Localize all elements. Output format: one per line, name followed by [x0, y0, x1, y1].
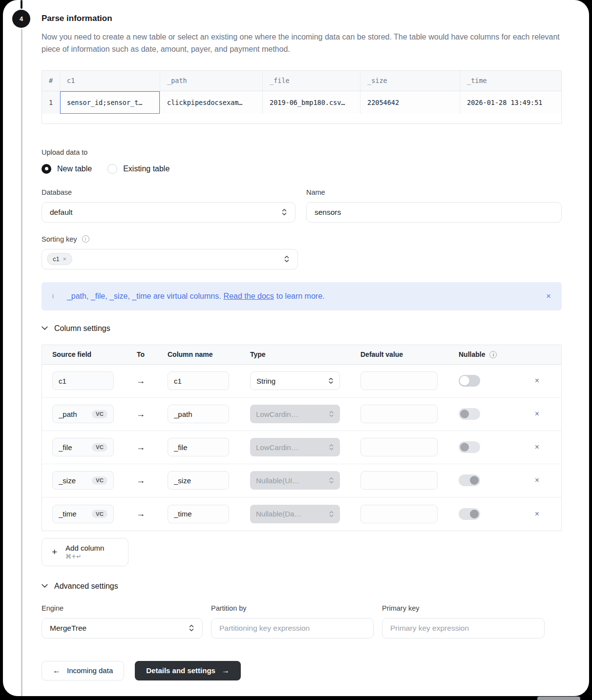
- database-label: Database: [42, 188, 296, 196]
- read-the-docs-link[interactable]: Read the docs: [224, 292, 274, 301]
- column-row-path: VC → LowCardin… ×: [42, 398, 561, 431]
- chevron-down-icon: [42, 326, 48, 330]
- type-selected-value: Nullable(Da…: [256, 510, 301, 518]
- default-value-input[interactable]: [360, 471, 438, 490]
- horizontal-scrollbar-thumb[interactable]: [537, 697, 580, 700]
- page-description: Now you need to create a new table or se…: [42, 31, 562, 56]
- source-field-wrap: VC: [52, 438, 114, 456]
- preview-col-size: _size: [360, 71, 460, 91]
- preview-data-row: 1 sensor_id;sensor_t… clickpipesdocsexam…: [42, 91, 561, 114]
- chevron-updown-icon: [284, 255, 290, 263]
- banner-suffix: to learn more.: [276, 292, 325, 301]
- nullable-toggle-disabled: [459, 408, 480, 420]
- virtual-columns-banner: i _path, _file, _size, _time are virtual…: [42, 282, 562, 310]
- column-name-input[interactable]: [174, 476, 223, 485]
- source-field-input[interactable]: [59, 377, 107, 385]
- source-field-wrap: VC: [52, 405, 114, 423]
- source-field-input[interactable]: [59, 410, 88, 418]
- type-select-disabled: LowCardin…: [250, 405, 340, 423]
- remove-column-icon[interactable]: ×: [535, 510, 539, 518]
- column-name-wrap: [168, 438, 229, 456]
- data-preview-table: # c1 _path _file _size _time 1 sensor_id…: [42, 70, 562, 124]
- banner-info-icon: i: [52, 292, 54, 300]
- default-value-input[interactable]: [360, 371, 438, 390]
- radio-new-table-icon[interactable]: [42, 164, 51, 174]
- remove-column-icon[interactable]: ×: [535, 410, 539, 418]
- default-value-input[interactable]: [360, 405, 438, 423]
- arrow-left-icon: ←: [53, 666, 61, 675]
- sorting-key-label: Sorting key: [42, 235, 77, 243]
- page-title: Parse information: [42, 14, 562, 23]
- timeline-connector-top: [21, 0, 22, 9]
- radio-option-existing-table[interactable]: Existing table: [107, 164, 169, 174]
- partition-by-wrap: [211, 618, 374, 638]
- default-value-input[interactable]: [360, 438, 438, 456]
- incoming-data-button[interactable]: ← Incoming data: [42, 661, 124, 680]
- advanced-settings-toggle[interactable]: Advanced settings: [42, 582, 562, 591]
- preview-cell-c1[interactable]: sensor_id;sensor_t…: [60, 91, 160, 114]
- source-field-input[interactable]: [59, 476, 88, 485]
- column-row-size: VC → Nullable(UI… ×: [42, 464, 561, 497]
- add-column-button[interactable]: + Add column ⌘+↵: [42, 538, 128, 566]
- chevron-updown-icon: [328, 377, 334, 384]
- remove-column-icon[interactable]: ×: [535, 376, 539, 385]
- remove-column-icon[interactable]: ×: [535, 443, 539, 452]
- name-input[interactable]: [315, 208, 553, 217]
- column-name-wrap: [168, 405, 229, 423]
- nullable-toggle-disabled-on: [459, 508, 480, 520]
- details-and-settings-button[interactable]: Details and settings →: [135, 661, 241, 680]
- source-field-wrap: [52, 371, 114, 390]
- source-field-wrap: VC: [52, 471, 114, 490]
- arrow-right-icon: →: [136, 509, 145, 519]
- header-default-value: Default value: [360, 350, 438, 358]
- type-selected-value: Nullable(UI…: [256, 476, 299, 485]
- radio-existing-table-icon[interactable]: [107, 164, 117, 174]
- radio-option-new-table[interactable]: New table: [42, 164, 92, 174]
- column-row-c1: → String ×: [42, 365, 561, 398]
- arrow-right-icon: →: [136, 442, 145, 453]
- info-icon[interactable]: i: [82, 235, 89, 243]
- header-column-name: Column name: [168, 350, 229, 358]
- wizard-panel: 4 Parse information Now you need to crea…: [3, 0, 589, 696]
- chevron-updown-icon: [329, 511, 334, 517]
- column-name-input[interactable]: [174, 410, 223, 418]
- add-column-shortcut: ⌘+↵: [65, 553, 81, 560]
- partition-by-label: Partition by: [211, 604, 374, 612]
- engine-select[interactable]: MergeTree: [42, 618, 203, 638]
- sorting-key-chip-label: c1: [53, 255, 60, 263]
- column-name-wrap: [168, 371, 229, 390]
- info-icon[interactable]: i: [489, 351, 497, 358]
- type-selected-value: String: [256, 377, 275, 385]
- radio-existing-table-label: Existing table: [123, 165, 169, 173]
- sorting-key-select[interactable]: c1 ×: [42, 249, 298, 269]
- type-select[interactable]: String: [250, 371, 340, 390]
- column-settings-title: Column settings: [54, 324, 110, 333]
- preview-cell-file[interactable]: 2019-06_bmp180.csv…: [263, 91, 360, 114]
- preview-cell-time[interactable]: 2026-01-28 13:49:51: [460, 91, 561, 114]
- chip-remove-icon[interactable]: ×: [63, 256, 66, 263]
- preview-col-index: #: [42, 71, 60, 91]
- default-value-input[interactable]: [360, 505, 438, 523]
- incoming-data-label: Incoming data: [67, 666, 113, 675]
- chevron-updown-icon: [329, 477, 334, 484]
- source-field-input[interactable]: [59, 443, 88, 452]
- column-name-input[interactable]: [174, 510, 223, 518]
- nullable-toggle[interactable]: [459, 375, 480, 387]
- column-settings-toggle[interactable]: Column settings: [42, 324, 562, 333]
- virtual-column-badge: VC: [92, 443, 107, 452]
- header-type: Type: [250, 350, 340, 358]
- type-select-disabled: Nullable(Da…: [250, 505, 340, 523]
- type-select-disabled: Nullable(UI…: [250, 471, 340, 490]
- column-name-input[interactable]: [174, 443, 223, 452]
- banner-close-icon[interactable]: ×: [546, 291, 551, 301]
- column-row-time: VC → Nullable(Da… ×: [42, 497, 561, 531]
- remove-column-icon[interactable]: ×: [535, 476, 539, 485]
- primary-key-input[interactable]: [390, 624, 536, 633]
- database-select[interactable]: default: [42, 202, 296, 223]
- arrow-right-icon: →: [136, 376, 145, 386]
- preview-cell-path[interactable]: clickpipesdocsexam…: [160, 91, 263, 114]
- partition-by-input[interactable]: [219, 624, 365, 633]
- column-name-input[interactable]: [174, 377, 223, 385]
- preview-cell-size[interactable]: 22054642: [360, 91, 460, 114]
- source-field-input[interactable]: [59, 510, 88, 518]
